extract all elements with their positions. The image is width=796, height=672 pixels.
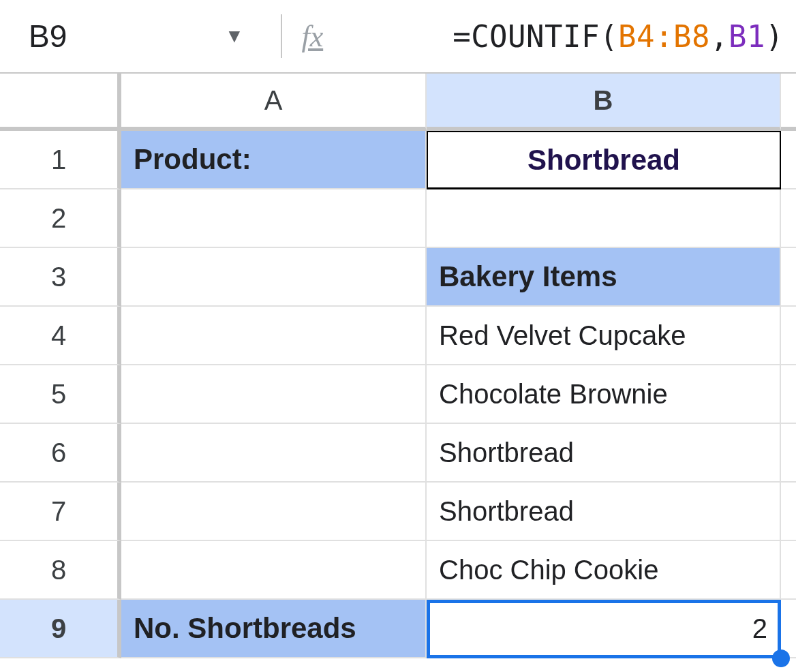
cell-B3[interactable]: Bakery Items: [427, 248, 781, 307]
formula-bar: ▼ fx =COUNTIF(B4:B8,B1): [0, 0, 796, 72]
formula-bar-divider: [281, 14, 282, 58]
formula-eq: =: [453, 19, 471, 54]
select-all-corner[interactable]: [0, 74, 121, 131]
cell-B5[interactable]: Chocolate Brownie: [427, 365, 781, 424]
name-box-dropdown-icon[interactable]: ▼: [218, 18, 251, 54]
cell-B2[interactable]: [427, 189, 781, 248]
cell-overflow-7[interactable]: [781, 483, 796, 541]
cell-overflow-2[interactable]: [781, 189, 796, 248]
col-header-A[interactable]: A: [121, 74, 427, 131]
formula-range: B4:B8: [618, 19, 710, 54]
cell-A3[interactable]: [121, 248, 427, 307]
row-header-5[interactable]: 5: [0, 365, 121, 424]
cell-overflow-3[interactable]: [781, 248, 796, 307]
formula-comma: ,: [710, 19, 729, 54]
formula-func: COUNTIF: [471, 19, 600, 54]
cell-overflow-5[interactable]: [781, 365, 796, 424]
row-header-7[interactable]: 7: [0, 483, 121, 541]
name-box-wrap: ▼: [27, 17, 274, 55]
cell-overflow-8[interactable]: [781, 541, 796, 600]
cell-overflow-4[interactable]: [781, 307, 796, 365]
row-header-3[interactable]: 3: [0, 248, 121, 307]
cell-A7[interactable]: [121, 483, 427, 541]
cell-overflow-6[interactable]: [781, 424, 796, 483]
cell-B6[interactable]: Shortbread: [427, 424, 781, 483]
cell-B7[interactable]: Shortbread: [427, 483, 781, 541]
cell-B9[interactable]: 2: [427, 600, 781, 658]
spreadsheet-grid: A B 1 Product: Shortbread 2 3 Bakery Ite…: [0, 72, 796, 658]
cell-A2[interactable]: [121, 189, 427, 248]
fx-icon[interactable]: fx: [301, 19, 323, 54]
cell-A8[interactable]: [121, 541, 427, 600]
cell-B8[interactable]: Choc Chip Cookie: [427, 541, 781, 600]
cell-B1[interactable]: Shortbread: [427, 131, 781, 189]
row-header-2[interactable]: 2: [0, 189, 121, 248]
row-header-9[interactable]: 9: [0, 600, 121, 658]
formula-open: (: [600, 19, 618, 54]
cell-A6[interactable]: [121, 424, 427, 483]
spreadsheet-app: ▼ fx =COUNTIF(B4:B8,B1) A B 1 Product: S…: [0, 0, 796, 672]
col-header-B[interactable]: B: [427, 74, 781, 131]
cell-A1[interactable]: Product:: [121, 131, 427, 189]
row-header-8[interactable]: 8: [0, 541, 121, 600]
cell-B4[interactable]: Red Velvet Cupcake: [427, 307, 781, 365]
row-header-1[interactable]: 1: [0, 131, 121, 189]
row-header-6[interactable]: 6: [0, 424, 121, 483]
cell-A9[interactable]: No. Shortbreads: [121, 600, 427, 658]
cell-A5[interactable]: [121, 365, 427, 424]
col-header-overflow: [781, 74, 796, 131]
selection-fill-handle[interactable]: [772, 650, 790, 667]
cell-A4[interactable]: [121, 307, 427, 365]
row-header-4[interactable]: 4: [0, 307, 121, 365]
formula-close: ): [765, 19, 784, 54]
formula-ref: B1: [729, 19, 765, 54]
cell-overflow-1[interactable]: [781, 131, 796, 189]
name-box[interactable]: [27, 17, 218, 55]
